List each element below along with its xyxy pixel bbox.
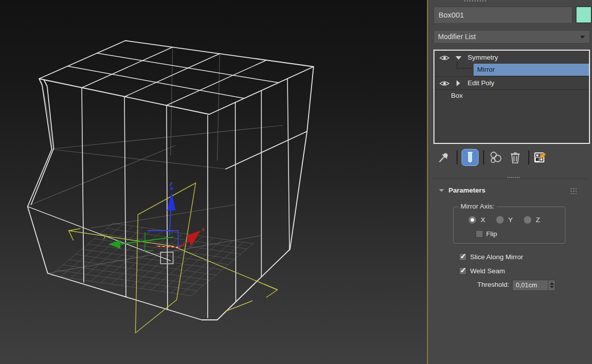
spinner-down-icon[interactable] [550, 286, 554, 288]
radio-y[interactable]: Y [496, 216, 513, 224]
stack-item-label: Edit Poly [468, 77, 494, 89]
collapse-triangle-icon[interactable] [456, 56, 462, 60]
z-axis-label: z [169, 180, 173, 187]
pin-stack-icon [437, 151, 451, 164]
modifier-list-label: Modifier List [438, 33, 476, 41]
flip-label: Flip [486, 230, 497, 238]
configure-modifier-sets-button[interactable] [532, 149, 548, 165]
modifier-list-dropdown[interactable]: Modifier List [433, 30, 590, 44]
toolbar-separator [528, 150, 529, 164]
stack-item-mirror[interactable]: Mirror [434, 64, 589, 76]
mirror-axis-group: Mirror Axis: X Y Z Flip [453, 207, 565, 244]
slice-along-mirror-label: Slice Along Mirror [470, 253, 523, 261]
parameters-rollout-header[interactable]: Parameters [428, 185, 592, 198]
radio-dot[interactable] [496, 216, 504, 224]
radio-dot[interactable] [524, 216, 531, 224]
show-end-result-icon [465, 151, 476, 164]
y-axis-label: y [103, 232, 107, 239]
panel-drag-handle[interactable]: ••••••••• [453, 0, 498, 4]
stack-item-edit-poly[interactable]: Edit Poly [434, 77, 589, 89]
make-unique-icon [489, 150, 504, 164]
radio-label: Z [536, 216, 540, 224]
configure-modifier-sets-icon [533, 150, 548, 165]
show-end-result-button[interactable] [462, 149, 479, 166]
weld-seam-checkbox[interactable] [459, 267, 467, 275]
mirror-axis-group-title: Mirror Axis: [459, 203, 497, 210]
threshold-label: Threshold: [463, 281, 509, 288]
remove-modifier-button[interactable] [507, 149, 523, 165]
viewport-canvas: y z x [0, 0, 427, 364]
spinner-up-icon[interactable] [550, 282, 554, 285]
radio-dot[interactable] [469, 216, 476, 224]
flip-checkbox-row[interactable]: Flip [476, 230, 497, 238]
trash-icon [509, 150, 522, 164]
3ds-max-window: y z x [0, 0, 592, 364]
transform-gizmo: y z x [103, 180, 205, 251]
splitter-handle[interactable]: ••••••• [502, 175, 525, 179]
threshold-spinner[interactable] [548, 280, 555, 291]
stack-item-label: Box [451, 90, 463, 102]
subtree-connector [457, 62, 472, 69]
radio-z[interactable]: Z [524, 216, 540, 224]
object-color-swatch[interactable] [576, 7, 591, 23]
threshold-row: Threshold: 0,01cm [428, 280, 592, 291]
rollout-title: Parameters [449, 187, 486, 194]
command-panel: ••••••••• Box001 Modifier List Symmetry … [428, 0, 592, 364]
radio-label: X [481, 216, 485, 224]
rollout-grip-icon [570, 188, 576, 194]
selected-highlight: Mirror [474, 64, 589, 76]
stack-item-box[interactable]: Box [434, 90, 589, 102]
object-name-field[interactable]: Box001 [433, 7, 572, 23]
ground-grid [51, 223, 253, 296]
flip-checkbox[interactable] [476, 230, 483, 238]
modifier-stack: Symmetry Mirror Edit Poly Box [433, 50, 590, 144]
radio-label: Y [508, 216, 513, 224]
slice-along-mirror-row[interactable]: Slice Along Mirror [459, 253, 523, 261]
visibility-eye-icon[interactable] [439, 80, 450, 87]
stack-item-label: Mirror [477, 64, 495, 76]
threshold-value-field[interactable]: 0,01cm [512, 280, 548, 291]
pin-stack-button[interactable] [436, 149, 452, 165]
weld-seam-label: Weld Seam [470, 267, 505, 275]
chevron-down-icon [580, 36, 585, 39]
x-axis-label: x [201, 226, 205, 232]
toolbar-separator [457, 150, 458, 164]
weld-seam-row[interactable]: Weld Seam [459, 267, 505, 275]
slice-along-mirror-checkbox[interactable] [459, 253, 467, 261]
make-unique-button[interactable] [488, 149, 504, 165]
radio-x[interactable]: X [469, 216, 485, 224]
expand-triangle-icon[interactable] [457, 80, 460, 86]
stack-item-label: Symmetry [468, 52, 498, 64]
viewport[interactable]: y z x [0, 0, 427, 364]
rollout-collapse-icon [439, 189, 444, 192]
visibility-eye-icon[interactable] [439, 54, 450, 62]
toolbar-separator [483, 150, 484, 164]
